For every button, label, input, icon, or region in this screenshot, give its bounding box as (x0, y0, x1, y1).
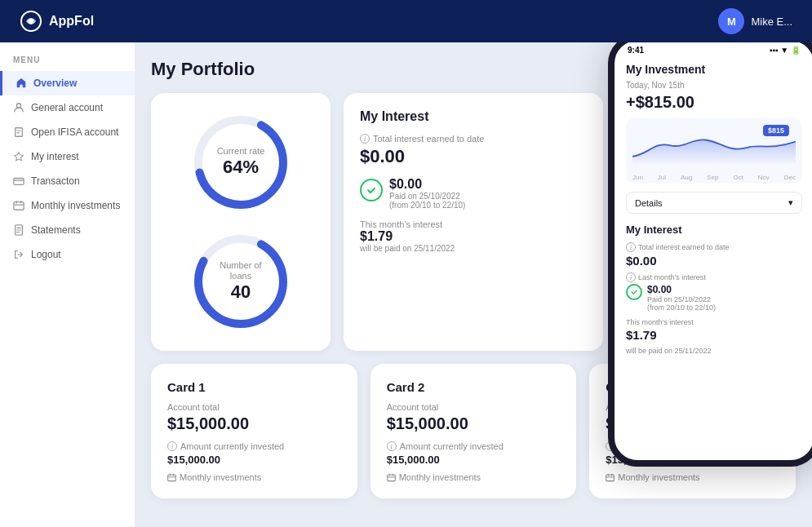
card2-total-label: Account total (387, 402, 561, 412)
info-icon-1: i (360, 134, 370, 144)
info-icon-7: i (626, 272, 636, 282)
sidebar-label-transaction: Transacton (31, 175, 80, 187)
svg-rect-4 (14, 179, 24, 185)
file-icon (13, 126, 24, 138)
svg-point-1 (29, 19, 33, 24)
sidebar-item-interest[interactable]: My interest (0, 144, 135, 169)
content-area: My Portfolio Current rate 64% (135, 42, 812, 527)
phone-total-label: i Total interest earned to date (626, 242, 802, 252)
current-rate-chart: Current rate 64% (188, 109, 294, 215)
current-rate-label: Current rate 64% (217, 146, 265, 178)
logo-icon (20, 10, 42, 33)
info-icon-4: i (387, 441, 397, 451)
sidebar-label-monthly: Monthly investments (31, 200, 120, 211)
main-layout: MENU Overview General account Open IFISA… (0, 42, 812, 527)
svg-rect-13 (387, 475, 395, 481)
phone-interest-title: My Interest (626, 224, 802, 236)
sidebar: MENU Overview General account Open IFISA… (0, 42, 135, 527)
phone-total-value: $0.00 (626, 254, 802, 268)
interest-title: My Interest (360, 109, 587, 124)
svg-point-2 (16, 104, 20, 108)
sidebar-label-interest: My interest (31, 151, 79, 162)
phone-paid-row: $0.00 Paid on 25/10/2022 (from 20/10 to … (626, 284, 802, 312)
card2-amount: $15,000.00 (387, 454, 561, 466)
sidebar-item-overview[interactable]: Overview (0, 71, 135, 95)
phone-paid-info: $0.00 Paid on 25/10/2022 (from 20/10 to … (647, 284, 716, 312)
bottom-card-2: Card 2 Account total $15,000.00 i Amount… (371, 364, 577, 498)
card3-monthly[interactable]: Monthly investments (606, 472, 779, 482)
menu-label: MENU (0, 55, 135, 71)
app-name: AppFol (49, 14, 94, 29)
chart-labels: JunJulAugSepOctNovDec (632, 174, 796, 181)
sidebar-label-general: General account (31, 102, 103, 113)
phone-date: Today, Nov 15th (626, 81, 802, 90)
phone-signal: ▪▪▪ ▼ 🔋 (770, 46, 801, 55)
check-icon-1 (360, 179, 383, 202)
card1-monthly[interactable]: Monthly investments (167, 472, 341, 482)
card1-amount: $15,000.00 (167, 454, 341, 466)
sidebar-item-transaction[interactable]: Transacton (0, 169, 135, 193)
sidebar-label-statements: Statements (31, 224, 81, 236)
logout-icon (13, 249, 24, 260)
phone-dropdown[interactable]: Details ▾ (626, 192, 802, 214)
user-icon (13, 102, 24, 113)
portfolio-card: Current rate 64% Number of loans 40 (151, 93, 331, 351)
card1-total: $15,000.00 (167, 414, 341, 433)
phone-amount: +$815.00 (626, 93, 802, 112)
sidebar-item-statements[interactable]: Statements (0, 218, 135, 242)
interest-total-value: $0.00 (360, 146, 587, 167)
svg-rect-14 (606, 475, 615, 481)
phone-status-bar: 9:41 ▪▪▪ ▼ 🔋 (615, 42, 812, 56)
credit-card-icon (13, 175, 24, 187)
card2-amount-label: i Amount currently invested (387, 441, 561, 451)
bottom-card-1: Card 1 Account total $15,000.00 i Amount… (151, 364, 357, 498)
phone-this-month-value: $1.79 (626, 328, 802, 342)
card2-total: $15,000.00 (387, 414, 561, 433)
sidebar-label-ifisa: Open IFISA account (31, 126, 118, 138)
phone-check-icon (626, 284, 642, 300)
phone-chart: $815 JunJulAugSepOctNovDec (626, 118, 802, 184)
sidebar-label-overview: Overview (33, 78, 77, 89)
card1-amount-label: i Amount currently invested (167, 441, 341, 451)
interest-paid-row: $0.00 Paid on 25/10/2022 (from 20/10 to … (360, 177, 587, 210)
sidebar-item-logout[interactable]: Logout (0, 242, 135, 267)
interest-paid-info: $0.00 Paid on 25/10/2022 (from 20/10 to … (389, 177, 465, 210)
card1-total-label: Account total (167, 402, 341, 412)
user-name: Mike E... (751, 16, 792, 28)
phone-will-be-paid: will be paid on 25/11/2022 (626, 347, 802, 355)
phone-section-title: My Investment (626, 63, 802, 76)
interest-total-row: i Total interest earned to date $0.00 (360, 134, 587, 167)
home-icon (16, 78, 27, 89)
star-icon (13, 151, 24, 162)
sidebar-label-logout: Logout (31, 249, 61, 260)
phone-chart-badge: $815 (763, 125, 789, 136)
sidebar-item-ifisa[interactable]: Open IFISA account (0, 120, 135, 144)
logo: AppFol (20, 10, 94, 33)
mobile-phone: 9:41 ▪▪▪ ▼ 🔋 My Investment Today, Nov 15… (608, 42, 812, 467)
svg-rect-3 (16, 128, 23, 137)
interest-total-label: i Total interest earned to date (360, 134, 587, 144)
loans-label: Number of loans 40 (215, 260, 268, 303)
this-month-row: This month's interest $1.79 will be paid… (360, 219, 587, 253)
phone-last-label: i Last month's interest (626, 272, 802, 282)
top-nav: AppFol M Mike E... (0, 0, 812, 42)
document-icon (13, 224, 24, 236)
calendar-icon-4 (387, 473, 396, 482)
phone-time: 9:41 (628, 46, 644, 55)
card2-title: Card 2 (387, 380, 561, 394)
info-icon-6: i (626, 242, 636, 252)
calendar-icon (13, 200, 24, 211)
avatar: M (718, 8, 744, 34)
svg-rect-5 (14, 202, 24, 210)
sidebar-item-monthly[interactable]: Monthly investments (0, 193, 135, 218)
card2-monthly[interactable]: Monthly investments (387, 472, 561, 482)
phone-this-month: This month's interest $1.79 will be paid… (626, 318, 802, 355)
calendar-icon-3 (167, 473, 176, 482)
loans-chart: Number of loans 40 (188, 228, 294, 334)
sidebar-item-general[interactable]: General account (0, 95, 135, 120)
info-icon-3: i (167, 441, 177, 451)
interest-card: My Interest i Total interest earned to d… (344, 93, 603, 351)
chevron-down-icon: ▾ (788, 197, 793, 208)
calendar-icon-5 (606, 473, 615, 482)
svg-rect-12 (168, 475, 176, 481)
